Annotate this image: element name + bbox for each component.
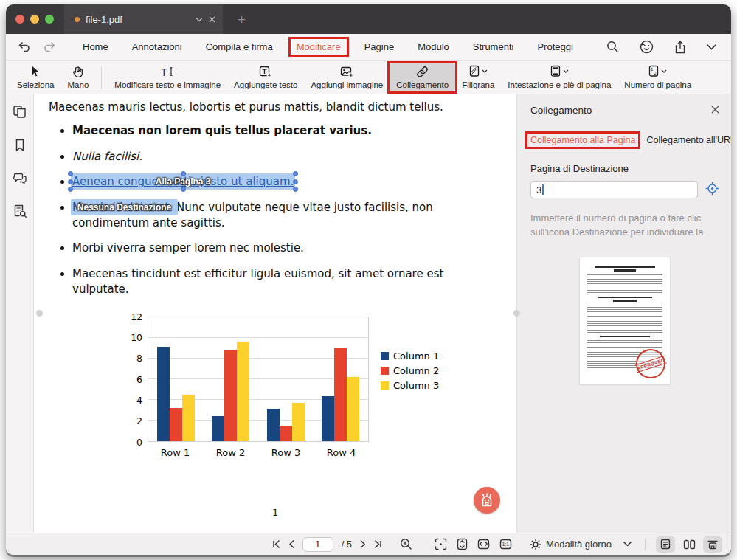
horizontal-scroll-view-button[interactable] [703, 536, 722, 553]
tool-mano[interactable]: Mano [61, 62, 96, 92]
tab-close-icon[interactable] [209, 16, 215, 23]
approved-stamp: APPROVED [632, 345, 669, 381]
bar-column-1 [157, 347, 170, 440]
menu-item-modificare-label: Modificare [297, 41, 341, 52]
tool-collegamento-label: Collegamento [396, 80, 449, 89]
tool-modificare-testo-immagine[interactable]: T Modificare testo e immagine [108, 62, 227, 92]
bar-column-3 [347, 377, 359, 441]
panel-resize-handle[interactable] [513, 310, 520, 317]
svg-text:2: 2 [654, 71, 657, 75]
chart-plot [148, 317, 369, 442]
menu-item-home[interactable]: Home [83, 41, 108, 52]
document-tab[interactable]: file-1.pdf [64, 4, 223, 34]
bar-column-1 [267, 409, 280, 440]
bar-column-1 [322, 396, 334, 440]
search-icon[interactable] [606, 41, 619, 53]
selection-handle-left[interactable] [68, 171, 73, 192]
robot-icon [479, 493, 495, 508]
thumb-paragraph [587, 274, 662, 294]
x-tick-label: Row 3 [258, 447, 314, 458]
selected-link-text[interactable]: Aenean congue mattis justo ut aliquam. A… [72, 175, 294, 188]
destination-page-label: Pagina di Destinazione [530, 163, 719, 174]
bullet-item-link: Aenean congue mattis justo ut aliquam. A… [72, 174, 503, 190]
tab-chevron-down-icon[interactable] [196, 17, 203, 22]
toolbar-separator [101, 66, 102, 89]
collapse-chevron-icon[interactable] [707, 44, 716, 50]
tool-aggiungi-immagine[interactable]: Aggiungi immagine [304, 62, 390, 92]
sidebar-resize-handle[interactable] [36, 310, 43, 317]
ai-assistant-button[interactable] [474, 487, 500, 514]
two-page-view-button[interactable] [679, 536, 699, 553]
panel-close-icon[interactable] [711, 105, 719, 116]
tool-intestazione[interactable]: Intestazione e piè di pagina [501, 62, 617, 92]
y-tick-label: 12 [131, 311, 142, 322]
minimize-window-button[interactable] [30, 15, 39, 24]
fit-screen-icon[interactable] [435, 538, 447, 550]
search-document-icon[interactable] [13, 204, 27, 218]
tab-collegamento-alla-pagina[interactable]: Collegamento alla Pagina [530, 135, 635, 145]
menu-item-compila-e-firma[interactable]: Compila e firma [206, 41, 273, 52]
zoom-icon[interactable] [400, 538, 412, 550]
legend-item: Column 1 [381, 350, 439, 362]
destination-page-input[interactable]: 3 [530, 181, 698, 198]
tool-seleziona[interactable]: Seleziona [10, 62, 61, 92]
comments-icon[interactable] [13, 172, 27, 184]
tool-collegamento[interactable]: Collegamento [390, 62, 455, 92]
share-icon[interactable] [674, 41, 686, 54]
document-page: Maecenas mauris lectus, lobortis et puru… [34, 94, 516, 533]
previous-page-icon[interactable] [288, 540, 294, 548]
support-icon[interactable] [640, 40, 654, 54]
total-pages-label: / 5 [342, 539, 352, 550]
legend-item: Column 2 [381, 365, 439, 376]
tool-aggiungete-testo[interactable]: Aggiungete testo [227, 62, 304, 92]
new-tab-button[interactable]: + [238, 13, 246, 27]
zoom-window-button[interactable] [45, 15, 54, 24]
tool-filigrana-label: Filigrana [462, 80, 494, 89]
page-preview-thumbnail[interactable]: APPROVED [580, 257, 670, 384]
bar-group [258, 317, 314, 441]
fit-height-icon[interactable] [457, 538, 468, 550]
redo-icon[interactable] [44, 41, 56, 52]
fit-width-icon[interactable] [477, 539, 490, 550]
edit-text-icon: T [160, 65, 175, 78]
current-page-input[interactable]: 1 [302, 537, 333, 552]
tool-numero-di-pagina[interactable]: 12 Numero di pagina [617, 62, 698, 92]
bar-column-2 [280, 426, 292, 441]
add-text-icon [259, 65, 272, 78]
y-tick-label: 0 [136, 437, 142, 448]
tab-collegamento-url[interactable]: Collegamento all'URL [646, 135, 731, 145]
y-tick-label: 2 [136, 415, 142, 426]
actual-size-icon[interactable]: 1:1 [499, 539, 512, 550]
day-mode-selector[interactable]: Modalità giorno [530, 539, 632, 550]
highlighted-text[interactable]: Mauris id dui erat. Nessuna Destinazione [72, 201, 176, 214]
menu-item-pagine[interactable]: Pagine [364, 41, 394, 52]
tool-filigrana[interactable]: Filigrana [455, 62, 501, 92]
single-page-view-button[interactable] [656, 536, 675, 553]
menu-item-strumenti[interactable]: Strumenti [473, 41, 514, 52]
page-thumbnails-icon[interactable] [13, 105, 27, 119]
menu-item-annotazioni[interactable]: Annotazioni [132, 41, 182, 52]
chart-x-axis: Row 1Row 2Row 3Row 4 [148, 447, 369, 458]
undo-icon[interactable] [18, 41, 30, 52]
bar-column-3 [182, 395, 195, 441]
day-mode-label: Modalità giorno [546, 539, 612, 550]
menu-item-proteggi[interactable]: Proteggi [537, 41, 572, 52]
unsaved-dot-icon [75, 17, 80, 22]
link-destination-tooltip: Alla Pagina 3 [156, 176, 211, 188]
day-mode-chevron-icon [623, 542, 632, 547]
x-tick-label: Row 4 [314, 447, 369, 458]
destination-target-icon[interactable] [705, 182, 719, 198]
menu-item-modificare[interactable]: Modificare [297, 41, 341, 52]
edit-toolbar: Seleziona Mano T Modificare testo e imma… [6, 61, 731, 94]
page-number-icon: 12 [648, 65, 659, 79]
close-window-button[interactable] [15, 15, 24, 24]
last-page-icon[interactable] [374, 540, 382, 548]
link-icon [416, 65, 429, 78]
text-caret [542, 184, 544, 195]
sun-icon [530, 539, 541, 550]
selection-handle-right[interactable] [293, 171, 298, 192]
menu-item-modulo[interactable]: Modulo [418, 41, 449, 52]
bookmarks-icon[interactable] [14, 139, 26, 152]
next-page-icon[interactable] [360, 540, 366, 548]
first-page-icon[interactable] [272, 540, 280, 548]
